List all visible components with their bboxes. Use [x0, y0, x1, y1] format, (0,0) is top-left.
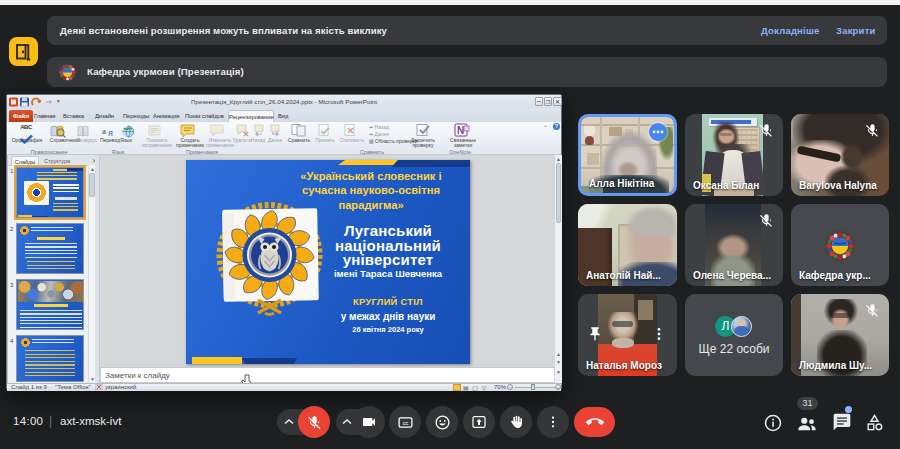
svg-text:cc: cc — [402, 419, 408, 425]
svg-text:N: N — [457, 125, 464, 136]
svg-text:a: a — [102, 126, 106, 136]
